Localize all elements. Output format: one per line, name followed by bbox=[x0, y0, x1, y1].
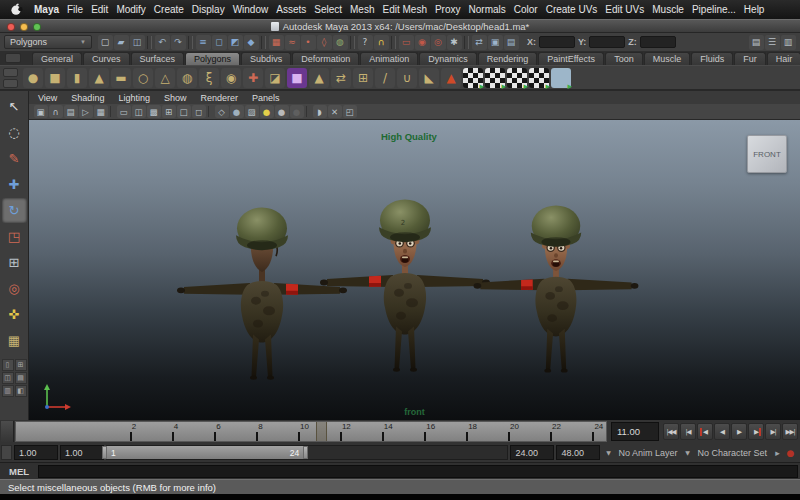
poly-torus-icon[interactable]: ○ bbox=[133, 68, 153, 88]
menu-create[interactable]: Create bbox=[154, 4, 184, 15]
chevron-down-icon[interactable]: ▼ bbox=[602, 449, 614, 456]
lasso-tool[interactable]: ◌ bbox=[2, 120, 27, 145]
render-settings-icon[interactable]: ✱ bbox=[447, 35, 462, 50]
mirror-geometry-icon[interactable]: ⇄ bbox=[331, 68, 351, 88]
paint-selection-tool[interactable]: ✎ bbox=[2, 146, 27, 171]
menu-color[interactable]: Color bbox=[514, 4, 538, 15]
snap-to-plane-icon[interactable]: ◊ bbox=[317, 35, 332, 50]
play-forwards-button[interactable]: ▶ bbox=[731, 423, 747, 440]
layout-persp-outliner[interactable]: ◫ bbox=[2, 372, 14, 384]
shelf-tab-general[interactable]: General bbox=[32, 52, 82, 65]
x-input[interactable] bbox=[539, 36, 575, 48]
shelf-tab-rendering[interactable]: Rendering bbox=[478, 52, 538, 65]
shelf-tab-muscle[interactable]: Muscle bbox=[644, 52, 691, 65]
range-start-handle[interactable] bbox=[102, 446, 107, 459]
time-slider-left-cap[interactable] bbox=[1, 421, 14, 442]
poly-sphere-icon[interactable]: ● bbox=[23, 68, 43, 88]
lock-selection-icon[interactable]: ∩ bbox=[374, 35, 389, 50]
separator[interactable] bbox=[306, 106, 310, 117]
timeline[interactable]: 24681012141618202224 bbox=[15, 421, 607, 442]
shelf-tab-surfaces[interactable]: Surfaces bbox=[131, 52, 185, 65]
poly-cone-icon[interactable]: ▲ bbox=[89, 68, 109, 88]
animation-start-field[interactable]: 1.00 bbox=[14, 445, 58, 460]
menu-window[interactable]: Window bbox=[233, 4, 269, 15]
anim-layer-selector[interactable]: No Anim Layer bbox=[616, 448, 679, 458]
command-line-language-toggle[interactable]: MEL bbox=[0, 466, 38, 477]
layout-persp-uv[interactable]: ◧ bbox=[15, 385, 27, 397]
shelf-options-button[interactable] bbox=[3, 68, 18, 88]
shelf-tab-animation[interactable]: Animation bbox=[360, 52, 418, 65]
panel-menu-shading[interactable]: Shading bbox=[71, 93, 104, 103]
menu-edit-mesh[interactable]: Edit Mesh bbox=[382, 4, 426, 15]
spherical-mapping-icon[interactable] bbox=[507, 68, 527, 88]
separator[interactable] bbox=[391, 36, 396, 49]
menu-pipeline[interactable]: Pipeline... bbox=[692, 4, 736, 15]
rotate-tool[interactable]: ↻ bbox=[2, 198, 27, 223]
window-title-bar[interactable]: Autodesk Maya 2013 x64: /Users/mac/Deskt… bbox=[0, 19, 800, 33]
shelf-menu-button[interactable] bbox=[5, 53, 21, 63]
use-all-lights-icon[interactable]: ● bbox=[260, 105, 274, 118]
panel-menu-panels[interactable]: Panels bbox=[252, 93, 280, 103]
current-frame-marker[interactable] bbox=[316, 422, 327, 441]
layout-single-pane[interactable]: ▯ bbox=[2, 359, 14, 371]
poly-cylinder-icon[interactable]: ▮ bbox=[67, 68, 87, 88]
attribute-editor-icon[interactable]: ▤ bbox=[749, 35, 764, 50]
select-camera-icon[interactable]: ▣ bbox=[34, 105, 48, 118]
poly-soccer-ball-icon[interactable]: ◉ bbox=[221, 68, 241, 88]
undo-icon[interactable]: ↶ bbox=[155, 35, 170, 50]
current-time-field[interactable]: 11.00 bbox=[611, 422, 659, 441]
save-scene-icon[interactable]: ◫ bbox=[130, 35, 145, 50]
step-back-one-frame-button[interactable]: |◀ bbox=[680, 423, 696, 440]
viewport-3d[interactable]: High Quality FRONT bbox=[29, 120, 800, 420]
booleans-icon[interactable]: ◪ bbox=[265, 68, 285, 88]
menu-help[interactable]: Help bbox=[744, 4, 765, 15]
separator[interactable] bbox=[261, 36, 266, 49]
go-to-playback-start-button[interactable]: |◀◀ bbox=[663, 423, 679, 440]
tool-settings-icon[interactable]: ☰ bbox=[765, 35, 780, 50]
copy-icon[interactable]: ▣ bbox=[488, 35, 503, 50]
smooth-icon[interactable]: ■ bbox=[287, 68, 307, 88]
layout-persp-graph[interactable]: ▤ bbox=[15, 372, 27, 384]
paste-icon[interactable]: ▤ bbox=[504, 35, 519, 50]
shelf-tab-painteffects[interactable]: PaintEffects bbox=[538, 52, 604, 65]
poly-cube-icon[interactable]: ■ bbox=[45, 68, 65, 88]
poly-pipe-icon[interactable]: ◍ bbox=[177, 68, 197, 88]
shelf-tab-fluids[interactable]: Fluids bbox=[691, 52, 733, 65]
menu-edit-uvs[interactable]: Edit UVs bbox=[605, 4, 644, 15]
menu-mesh[interactable]: Mesh bbox=[350, 4, 374, 15]
panel-menu-view[interactable]: View bbox=[38, 93, 57, 103]
z-input[interactable] bbox=[640, 36, 676, 48]
select-hierarchy-icon[interactable]: ≡ bbox=[196, 35, 211, 50]
cylindrical-mapping-icon[interactable] bbox=[485, 68, 505, 88]
show-manipulator-tool[interactable]: ✜ bbox=[2, 302, 27, 327]
render-current-frame-icon[interactable]: ◉ bbox=[415, 35, 430, 50]
soft-modification-tool[interactable]: ◎ bbox=[2, 276, 27, 301]
shaded-icon[interactable]: ● bbox=[230, 105, 244, 118]
menu-set-dropdown[interactable]: Polygons▼ bbox=[4, 35, 92, 49]
soften-edge-icon[interactable]: ▲ bbox=[441, 68, 461, 88]
select-component-icon[interactable]: ◩ bbox=[228, 35, 243, 50]
select-object-icon[interactable]: ◻ bbox=[212, 35, 227, 50]
shadows-icon[interactable]: ◗ bbox=[313, 105, 327, 118]
layout-hypershade[interactable]: ▥ bbox=[2, 385, 14, 397]
minimize-window-button[interactable] bbox=[20, 23, 28, 31]
range-end-handle[interactable] bbox=[303, 446, 308, 459]
menu-display[interactable]: Display bbox=[192, 4, 225, 15]
resolution-gate-icon[interactable]: ◫ bbox=[132, 105, 146, 118]
poly-pyramid-icon[interactable]: △ bbox=[155, 68, 175, 88]
menu-edit[interactable]: Edit bbox=[91, 4, 108, 15]
shelf-tab-curves[interactable]: Curves bbox=[83, 52, 130, 65]
scale-tool[interactable]: ◳ bbox=[2, 224, 27, 249]
anim-prefs-icon[interactable]: ▸ bbox=[771, 448, 784, 458]
panel-menu-show[interactable]: Show bbox=[164, 93, 187, 103]
merge-vertices-icon[interactable]: ∪ bbox=[397, 68, 417, 88]
playback-end-field[interactable]: 24.00 bbox=[510, 445, 554, 460]
film-gate-icon[interactable]: ▭ bbox=[117, 105, 131, 118]
apple-menu-icon[interactable] bbox=[10, 3, 23, 16]
field-chart-icon[interactable]: ⊞ bbox=[162, 105, 176, 118]
symmetry-icon[interactable]: ⇄ bbox=[472, 35, 487, 50]
separator[interactable] bbox=[208, 106, 212, 117]
planar-mapping-icon[interactable] bbox=[463, 68, 483, 88]
textured-icon[interactable]: ▨ bbox=[245, 105, 259, 118]
move-tool[interactable]: ✚ bbox=[2, 172, 27, 197]
